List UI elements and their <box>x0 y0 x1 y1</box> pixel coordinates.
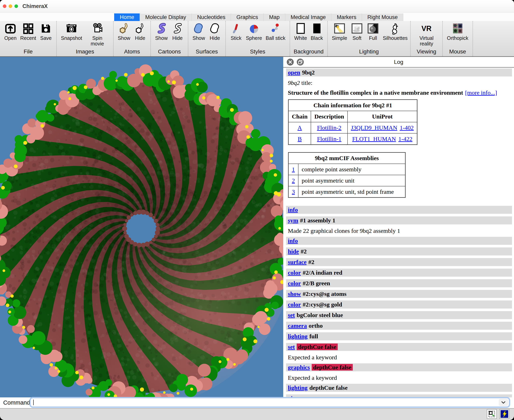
toolbar-button-images-spin-movie[interactable]: Spin movie <box>84 22 111 48</box>
toolbar-group-label: Surfaces <box>191 48 223 56</box>
title-bar: ChimeraX <box>0 0 514 13</box>
toolbar-button-file-save[interactable]: Save <box>38 22 54 48</box>
minimize-window-button[interactable] <box>9 4 12 8</box>
uniprot-name-link[interactable]: J3QLD9_HUMAN <box>351 124 397 131</box>
log-command-link[interactable]: set <box>288 344 295 350</box>
chevron-down-icon <box>500 399 507 406</box>
tab-molecule-display[interactable]: Molecule Display <box>140 13 192 21</box>
assembly-link[interactable]: 2 <box>292 177 295 184</box>
toolbar-button-label: Recent <box>20 35 36 47</box>
command-history-dropdown[interactable] <box>499 399 508 406</box>
toolbar-button-cartoons-show[interactable]: Show <box>153 22 169 48</box>
toolbar-button-file-open[interactable]: Open <box>2 22 18 48</box>
log-float-icon[interactable] <box>296 58 304 66</box>
toolbar-button-label: Open <box>4 35 16 47</box>
log-command-link[interactable]: lighting <box>288 384 307 391</box>
log-panel-title: Log <box>283 57 514 67</box>
atoms-hide-icon <box>134 22 146 35</box>
log-command-error: depthCue false <box>297 344 338 350</box>
log-command-link[interactable]: view <box>288 395 299 397</box>
log-command-link[interactable]: camera <box>288 322 307 329</box>
stick-icon <box>230 22 242 35</box>
log-close-icon[interactable] <box>286 58 294 66</box>
assembly-description: complete point assembly <box>298 164 406 175</box>
toolbar-button-styles-stick[interactable]: Stick <box>228 22 244 48</box>
more-info-link[interactable]: [more info...] <box>465 89 497 96</box>
toolbar-button-label: Hide <box>135 35 145 47</box>
toolbar-button-styles-ball-stick[interactable]: Ball stick <box>264 22 287 48</box>
tab-home[interactable]: Home <box>114 13 140 21</box>
uniprot-name-link[interactable]: FLOT1_HUMAN <box>352 135 396 142</box>
tab-map[interactable]: Map <box>263 13 285 21</box>
toolbar-button-background-white[interactable]: White <box>292 22 309 48</box>
log-command-link[interactable]: graphics <box>288 364 310 371</box>
log-command-link[interactable]: hide <box>288 248 299 255</box>
toolbar-button-atoms-hide[interactable]: Hide <box>132 22 148 48</box>
toolbar: OpenRecentSaveFileSnapshotSpin movieImag… <box>0 21 514 57</box>
toolbar-button-mouse-orthopick[interactable]: Orthopick <box>445 22 470 48</box>
log-command-history: infosym#1 assembly 1Made 22 graphical cl… <box>286 206 512 397</box>
log-command-link[interactable]: open <box>288 69 300 76</box>
assemblies-table-title: 9bq2 mmCIF Assemblies <box>288 153 406 164</box>
chain-link[interactable]: A <box>298 124 302 131</box>
tab-right-mouse[interactable]: Right Mouse <box>362 13 403 21</box>
tab-graphics[interactable]: Graphics <box>231 13 263 21</box>
assembly-link[interactable]: 3 <box>292 188 295 195</box>
toolbar-button-atoms-show[interactable]: Show <box>116 22 132 48</box>
log-command-link[interactable]: color <box>288 301 301 308</box>
toolbar-button-surfaces-show[interactable]: Show <box>191 22 207 48</box>
toolbar-button-surfaces-hide[interactable]: Hide <box>207 22 223 48</box>
description-link[interactable]: Flotillin-1 <box>317 135 342 142</box>
close-window-button[interactable] <box>3 4 6 8</box>
zoom-window-button[interactable] <box>15 4 18 8</box>
toolbar-button-file-recent[interactable]: Recent <box>18 22 38 48</box>
toolbar-button-lighting-soft[interactable]: Soft <box>349 22 365 48</box>
log-command-link[interactable]: show <box>288 291 301 297</box>
tab-markers[interactable]: Markers <box>331 13 362 21</box>
toolbar-button-background-black[interactable]: Black <box>309 22 325 48</box>
description-link[interactable]: Flotillin-2 <box>317 124 342 131</box>
log-command-error: depthCue false <box>312 364 353 371</box>
full-lighting-icon <box>367 22 379 35</box>
assembly-link[interactable]: 1 <box>292 166 295 172</box>
log-command-link[interactable]: info <box>288 237 298 244</box>
selection-box-icon[interactable] <box>487 409 497 419</box>
uniprot-col-header: UniProt <box>347 111 417 122</box>
toolbar-button-label: Black <box>311 35 323 47</box>
toolbar-button-label: Orthopick <box>447 35 468 47</box>
ribbon-tab-row: HomeMolecule DisplayNucleotidesGraphicsM… <box>0 13 514 21</box>
uniprot-range-link[interactable]: 1-422 <box>399 135 413 142</box>
table-row: 2 point asymmetric unit <box>288 175 406 186</box>
log-command-link[interactable]: set <box>288 312 295 318</box>
log-command-link[interactable]: color <box>288 269 301 276</box>
command-input[interactable] <box>31 398 509 407</box>
toolbar-group-background: WhiteBlackBackground <box>290 21 328 56</box>
chimerax-window: ChimeraX HomeMolecule DisplayNucleotides… <box>0 0 514 420</box>
log-command-link[interactable]: lighting <box>288 333 307 339</box>
tab-medical-image[interactable]: Medical Image <box>285 13 331 21</box>
toolbar-button-lighting-simple[interactable]: Simple <box>330 22 349 48</box>
toolbar-button-cartoons-hide[interactable]: Hide <box>169 22 185 48</box>
chain-link[interactable]: B <box>298 135 302 142</box>
toolbar-button-viewing-virtual-reality[interactable]: VRVirtual reality <box>413 22 440 48</box>
log-command-link[interactable]: color <box>288 280 301 286</box>
log-command-link[interactable]: info <box>288 206 298 213</box>
toolbar-button-lighting-silhouettes[interactable]: Silhouettes <box>381 22 408 48</box>
log-command-link[interactable]: surface <box>288 259 307 265</box>
toolbar-button-images-snapshot[interactable]: Snapshot <box>59 22 84 48</box>
lightning-icon[interactable] <box>499 409 509 419</box>
log-command-args: bgColor steel blue <box>297 312 343 318</box>
save-icon <box>40 22 52 35</box>
chain-table-title: Chain information for 9bq2 #1 <box>288 100 417 111</box>
toolbar-button-styles-sphere[interactable]: Sphere <box>244 22 264 48</box>
toolbar-button-label: Hide <box>172 35 183 47</box>
log-command-link[interactable]: sym <box>288 217 298 224</box>
assemblies-table: 9bq2 mmCIF Assemblies 1 complete point a… <box>288 152 406 198</box>
tab-nucleotides[interactable]: Nucleotides <box>192 13 231 21</box>
log-output: Structure of the flotillin complex in a … <box>286 89 512 97</box>
log-command-row: open9bq2 <box>286 68 512 76</box>
toolbar-button-lighting-full[interactable]: Full <box>365 22 381 48</box>
toolbar-group-surfaces: ShowHideSurfaces <box>188 21 226 56</box>
3d-viewport[interactable] <box>0 57 283 397</box>
uniprot-range-link[interactable]: 1-402 <box>400 124 414 131</box>
